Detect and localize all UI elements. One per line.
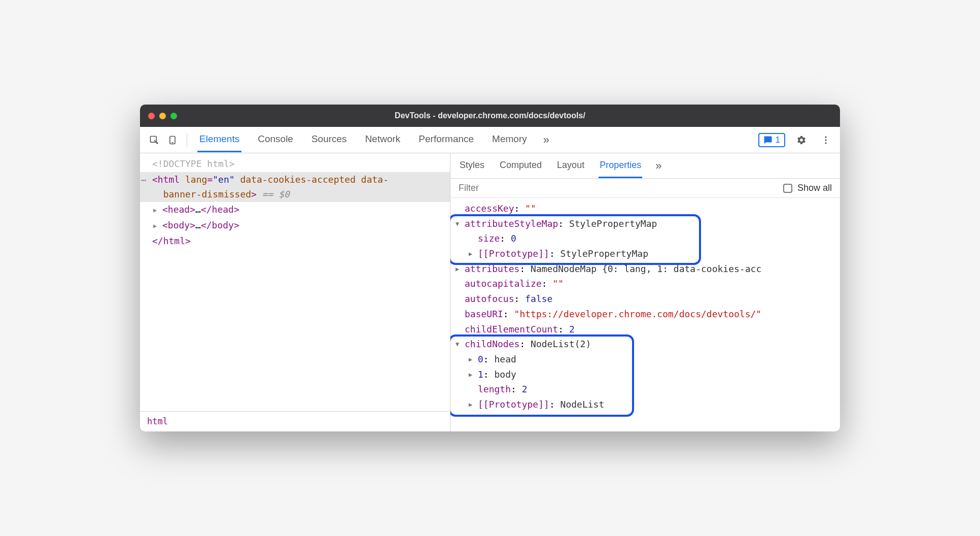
- svg-point-3: [825, 136, 826, 138]
- filter-input[interactable]: [459, 183, 783, 193]
- prop-attributestylemap[interactable]: ▼attributeStyleMap: StylePropertyMap: [450, 216, 840, 231]
- prop-childnodes[interactable]: ▼childNodes: NodeList(2): [450, 337, 840, 352]
- prop-autofocus[interactable]: autofocus: false: [450, 291, 840, 307]
- dom-head-element[interactable]: ▶<head>…</head>: [140, 202, 450, 218]
- prop-childnode-1[interactable]: ▶1: body: [450, 367, 840, 382]
- dom-tree[interactable]: <!DOCTYPE html> <html lang="en" data-coo…: [140, 153, 450, 411]
- prop-size[interactable]: size: 0: [450, 231, 840, 246]
- devtools-window: DevTools - developer.chrome.com/docs/dev…: [140, 105, 840, 431]
- show-all-toggle[interactable]: Show all: [783, 183, 832, 193]
- tab-styles[interactable]: Styles: [459, 154, 485, 178]
- tab-memory[interactable]: Memory: [490, 127, 529, 152]
- prop-length[interactable]: length: 2: [450, 382, 840, 397]
- main-tabs: Elements Console Sources Network Perform…: [197, 127, 756, 152]
- tab-layout[interactable]: Layout: [556, 154, 585, 178]
- close-window-icon[interactable]: [148, 113, 155, 119]
- dom-html-element[interactable]: <html lang="en" data-cookies-accepted da…: [140, 172, 450, 203]
- settings-icon[interactable]: [793, 132, 810, 148]
- svg-point-5: [825, 142, 826, 144]
- issues-count: 1: [776, 135, 780, 145]
- prop-childelementcount[interactable]: childElementCount: 2: [450, 322, 840, 337]
- dom-html-close[interactable]: </html>: [140, 233, 450, 249]
- toolbar-separator: [187, 133, 187, 147]
- more-side-tabs-icon[interactable]: »: [655, 159, 661, 173]
- more-tabs-icon[interactable]: »: [543, 133, 549, 147]
- prop-prototype-2[interactable]: ▶[[Prototype]]: NodeList: [450, 397, 840, 412]
- tab-network[interactable]: Network: [363, 127, 403, 152]
- traffic-lights: [148, 113, 177, 119]
- tab-elements[interactable]: Elements: [197, 127, 241, 152]
- elements-panel: <!DOCTYPE html> <html lang="en" data-coo…: [140, 153, 450, 431]
- sidebar-tabs: Styles Computed Layout Properties »: [450, 153, 840, 179]
- issues-button[interactable]: 1: [758, 133, 785, 147]
- prop-attributes[interactable]: ▶attributes: NamedNodeMap {0: lang, 1: d…: [450, 261, 840, 277]
- filter-row: Show all: [450, 179, 840, 198]
- tab-sources[interactable]: Sources: [309, 127, 349, 152]
- titlebar: DevTools - developer.chrome.com/docs/dev…: [140, 105, 840, 127]
- show-all-label: Show all: [797, 183, 832, 193]
- window-title: DevTools - developer.chrome.com/docs/dev…: [140, 111, 840, 120]
- prop-accesskey[interactable]: accessKey: "": [450, 201, 840, 216]
- tab-performance[interactable]: Performance: [416, 127, 476, 152]
- minimize-window-icon[interactable]: [159, 113, 166, 119]
- toolbar-right: 1: [758, 132, 834, 148]
- sidebar-panel: Styles Computed Layout Properties » Show…: [450, 153, 840, 431]
- kebab-menu-icon[interactable]: [818, 132, 834, 148]
- maximize-window-icon[interactable]: [170, 113, 177, 119]
- main-toolbar: Elements Console Sources Network Perform…: [140, 127, 840, 153]
- tab-console[interactable]: Console: [256, 127, 295, 152]
- device-toggle-icon[interactable]: [164, 132, 181, 148]
- main-content: <!DOCTYPE html> <html lang="en" data-coo…: [140, 153, 840, 431]
- show-all-checkbox[interactable]: [783, 184, 792, 193]
- prop-prototype-1[interactable]: ▶[[Prototype]]: StylePropertyMap: [450, 246, 840, 261]
- svg-point-4: [825, 139, 826, 141]
- breadcrumb[interactable]: html: [140, 411, 450, 431]
- tab-properties[interactable]: Properties: [599, 154, 642, 178]
- properties-list[interactable]: accessKey: "" ▼attributeStyleMap: StyleP…: [450, 198, 840, 431]
- prop-baseuri[interactable]: baseURI: "https://developer.chrome.com/d…: [450, 307, 840, 322]
- prop-autocapitalize[interactable]: autocapitalize: "": [450, 276, 840, 291]
- dom-body-element[interactable]: ▶<body>…</body>: [140, 218, 450, 233]
- prop-childnode-0[interactable]: ▶0: head: [450, 352, 840, 367]
- dom-doctype[interactable]: <!DOCTYPE html>: [140, 156, 450, 172]
- tab-computed[interactable]: Computed: [499, 154, 543, 178]
- inspect-element-icon[interactable]: [146, 132, 162, 148]
